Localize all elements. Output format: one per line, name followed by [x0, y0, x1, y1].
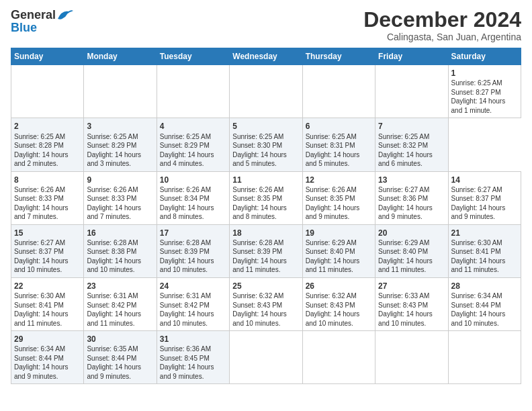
calendar-cell: [375, 65, 448, 118]
day-number: 22: [14, 281, 81, 291]
daylight-text: Daylight: 14 hours and 10 minutes.: [160, 310, 214, 327]
day-number: 18: [232, 228, 299, 238]
calendar-cell: 12Sunrise: 6:26 AMSunset: 8:35 PMDayligh…: [302, 171, 375, 224]
sunset-text: Sunset: 8:40 PM: [378, 248, 428, 255]
sunset-text: Sunset: 8:33 PM: [14, 195, 64, 202]
calendar-cell: 7Sunrise: 6:25 AMSunset: 8:32 PMDaylight…: [375, 118, 448, 171]
daylight-text: Daylight: 14 hours and 7 minutes.: [14, 204, 69, 221]
day-number: 14: [451, 175, 518, 185]
day-number: 16: [87, 228, 153, 238]
main-title: December 2024: [363, 8, 521, 32]
sunrise-text: Sunrise: 6:26 AM: [14, 186, 65, 193]
calendar-cell: [11, 65, 84, 118]
sunset-text: Sunset: 8:36 PM: [378, 195, 428, 202]
day-number: 9: [87, 175, 153, 185]
daylight-text: Daylight: 14 hours and 9 minutes.: [160, 363, 214, 380]
daylight-text: Daylight: 14 hours and 10 minutes.: [14, 257, 69, 274]
header-day-monday: Monday: [84, 48, 157, 65]
sunset-text: Sunset: 8:33 PM: [87, 195, 136, 202]
logo: General Blue: [11, 8, 74, 34]
day-number: 15: [14, 228, 81, 238]
sunrise-text: Sunrise: 6:26 AM: [232, 186, 283, 193]
sunset-text: Sunset: 8:29 PM: [87, 142, 136, 149]
sunset-text: Sunset: 8:41 PM: [451, 248, 501, 255]
sunrise-text: Sunrise: 6:32 AM: [232, 292, 283, 300]
sunrise-text: Sunrise: 6:33 AM: [378, 292, 429, 300]
day-number: 25: [232, 281, 299, 291]
daylight-text: Daylight: 14 hours and 11 minutes.: [378, 257, 433, 274]
day-number: 31: [160, 334, 226, 345]
day-number: 23: [87, 281, 153, 291]
calendar-cell: 13Sunrise: 6:27 AMSunset: 8:36 PMDayligh…: [375, 171, 448, 224]
sunrise-text: Sunrise: 6:25 AM: [160, 133, 211, 140]
day-number: 3: [87, 121, 153, 132]
sunrise-text: Sunrise: 6:29 AM: [378, 239, 429, 246]
calendar-cell: 25Sunrise: 6:32 AMSunset: 8:43 PMDayligh…: [230, 277, 302, 330]
sunrise-text: Sunrise: 6:36 AM: [160, 345, 211, 353]
sunrise-text: Sunrise: 6:34 AM: [451, 292, 502, 300]
calendar-cell: 19Sunrise: 6:29 AMSunset: 8:40 PMDayligh…: [302, 224, 375, 277]
sunrise-text: Sunrise: 6:31 AM: [87, 292, 138, 300]
day-number: 12: [306, 175, 372, 185]
day-number: 30: [87, 334, 153, 345]
calendar-cell: 9Sunrise: 6:26 AMSunset: 8:33 PMDaylight…: [84, 171, 157, 224]
daylight-text: Daylight: 14 hours and 11 minutes.: [306, 257, 360, 274]
calendar-cell: 15Sunrise: 6:27 AMSunset: 8:37 PMDayligh…: [11, 224, 84, 277]
calendar-cell: 27Sunrise: 6:33 AMSunset: 8:43 PMDayligh…: [375, 277, 448, 330]
day-number: 8: [14, 175, 81, 185]
sunrise-text: Sunrise: 6:30 AM: [451, 239, 502, 246]
calendar-cell: 4Sunrise: 6:25 AMSunset: 8:29 PMDaylight…: [157, 118, 229, 171]
calendar-cell: 23Sunrise: 6:31 AMSunset: 8:42 PMDayligh…: [84, 277, 157, 330]
day-number: 6: [306, 121, 372, 132]
sunrise-text: Sunrise: 6:27 AM: [378, 186, 429, 193]
day-number: 1: [451, 68, 518, 79]
daylight-text: Daylight: 14 hours and 9 minutes.: [14, 363, 69, 380]
calendar-cell: 26Sunrise: 6:32 AMSunset: 8:43 PMDayligh…: [302, 277, 375, 330]
calendar-week-3: 8Sunrise: 6:26 AMSunset: 8:33 PMDaylight…: [11, 171, 521, 224]
sunrise-text: Sunrise: 6:26 AM: [306, 186, 357, 193]
daylight-text: Daylight: 14 hours and 8 minutes.: [160, 204, 214, 221]
sunset-text: Sunset: 8:44 PM: [451, 302, 501, 309]
sunrise-text: Sunrise: 6:25 AM: [306, 133, 357, 140]
daylight-text: Daylight: 14 hours and 11 minutes.: [87, 310, 141, 327]
daylight-text: Daylight: 14 hours and 2 minutes.: [14, 151, 69, 168]
sunrise-text: Sunrise: 6:26 AM: [87, 186, 138, 193]
calendar-week-4: 15Sunrise: 6:27 AMSunset: 8:37 PMDayligh…: [11, 224, 521, 277]
sunrise-text: Sunrise: 6:27 AM: [14, 239, 65, 246]
daylight-text: Daylight: 14 hours and 11 minutes.: [232, 257, 287, 274]
calendar-cell: 30Sunrise: 6:35 AMSunset: 8:44 PMDayligh…: [84, 331, 157, 384]
logo-bird-icon: [56, 9, 74, 22]
sunset-text: Sunset: 8:44 PM: [87, 355, 136, 362]
sunset-text: Sunset: 8:44 PM: [14, 355, 64, 362]
day-number: 13: [378, 175, 445, 185]
daylight-text: Daylight: 14 hours and 8 minutes.: [232, 204, 287, 221]
logo-blue: Blue: [11, 21, 74, 34]
calendar-cell: 10Sunrise: 6:26 AMSunset: 8:34 PMDayligh…: [157, 171, 229, 224]
header-row: SundayMondayTuesdayWednesdayThursdayFrid…: [11, 48, 521, 65]
sunset-text: Sunset: 8:42 PM: [160, 302, 210, 309]
daylight-text: Daylight: 14 hours and 1 minute.: [451, 97, 506, 114]
sunrise-text: Sunrise: 6:27 AM: [451, 186, 502, 193]
header-day-sunday: Sunday: [11, 48, 84, 65]
daylight-text: Daylight: 14 hours and 5 minutes.: [232, 151, 287, 168]
title-block: December 2024 Calingasta, San Juan, Arge…: [363, 8, 521, 42]
sunrise-text: Sunrise: 6:25 AM: [232, 133, 283, 140]
sunset-text: Sunset: 8:28 PM: [14, 142, 64, 149]
subtitle: Calingasta, San Juan, Argentina: [363, 32, 521, 42]
calendar-cell: 31Sunrise: 6:36 AMSunset: 8:45 PMDayligh…: [157, 331, 229, 384]
daylight-text: Daylight: 14 hours and 5 minutes.: [306, 151, 360, 168]
sunset-text: Sunset: 8:29 PM: [160, 142, 210, 149]
daylight-text: Daylight: 14 hours and 11 minutes.: [451, 257, 506, 274]
header-day-saturday: Saturday: [448, 48, 521, 65]
daylight-text: Daylight: 14 hours and 11 minutes.: [14, 310, 69, 327]
sunset-text: Sunset: 8:43 PM: [232, 302, 282, 309]
calendar-cell: [448, 331, 521, 384]
sunset-text: Sunset: 8:30 PM: [232, 142, 282, 149]
calendar-cell: 14Sunrise: 6:27 AMSunset: 8:37 PMDayligh…: [448, 171, 521, 224]
daylight-text: Daylight: 14 hours and 10 minutes.: [378, 310, 433, 327]
sunrise-text: Sunrise: 6:34 AM: [14, 345, 65, 353]
sunset-text: Sunset: 8:43 PM: [378, 302, 428, 309]
calendar-cell: 1Sunrise: 6:25 AMSunset: 8:27 PMDaylight…: [448, 65, 521, 118]
sunrise-text: Sunrise: 6:25 AM: [451, 79, 502, 87]
daylight-text: Daylight: 14 hours and 10 minutes.: [232, 310, 287, 327]
